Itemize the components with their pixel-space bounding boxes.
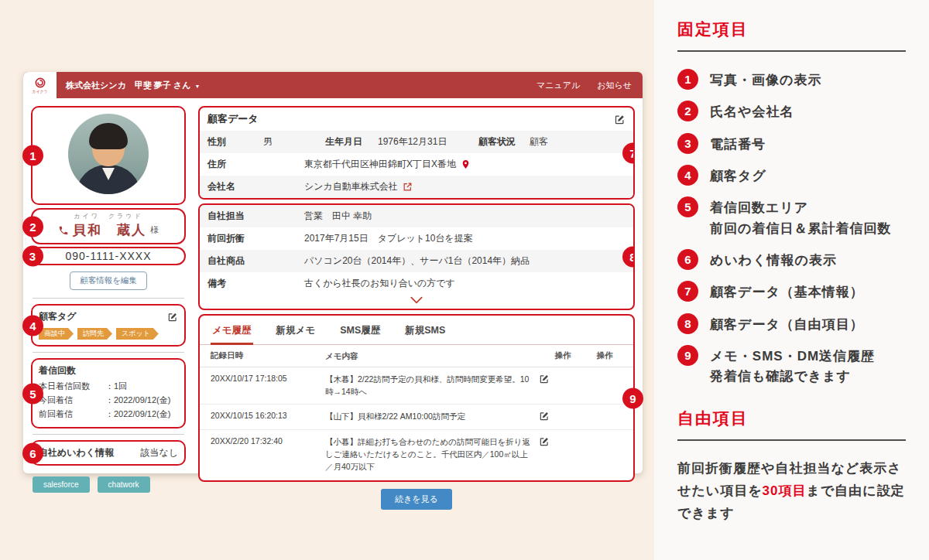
calls-annotation-box: 5 着信回数 本日着信回数 ：1回 今回着信 ：2022/09/12(金) 前回… [31, 358, 186, 429]
brand-logo-text: カイクラ [32, 90, 47, 94]
annotation-badge-1: 1 [22, 145, 43, 166]
meiwaku-annotation-box: 6 自社めいわく情報 該当なし [31, 440, 186, 466]
annotation-badge-6: 6 [22, 442, 43, 463]
products-label: 自社商品 [207, 254, 304, 268]
tab-sms-history[interactable]: SMS履歴 [338, 322, 382, 344]
staff-value: 営業 田中 幸助 [304, 210, 372, 223]
tab-new-memo[interactable]: 新規メモ [275, 322, 317, 344]
basic-info-row: 性別 男 生年月日 1976年12月31日 顧客状況 顧客 [200, 131, 633, 153]
chatwork-button[interactable]: chatwork [98, 476, 150, 493]
company-value: シンカ自動車株式会社 [304, 180, 398, 193]
legend-text: 着信回数エリア [710, 198, 891, 218]
legend-item: 3 電話番号 [677, 133, 906, 155]
header-operation: 操作 [539, 350, 587, 363]
last-negotiation-value: 2017年7月15日 タブレット10台を提案 [304, 232, 473, 245]
header-operation: 操作 [587, 350, 622, 363]
free-items-highlight: 30項目 [763, 483, 807, 498]
fixed-items-list: 1 写真・画像の表示 2 氏名や会社名 3 電話番号 4 顧客タグ 5 着信回数… [677, 69, 906, 388]
profile-column: 1 2 カイワ クラウド 貝和 蔵人 様 3 090-1111-XXXX [31, 106, 186, 510]
chevron-down-icon: ▼ [194, 84, 200, 89]
legend-sidebar: 固定項目 1 写真・画像の表示 2 氏名や会社名 3 電話番号 4 顧客タグ 5… [654, 0, 929, 560]
legend-text: 写真・画像の表示 [710, 70, 821, 90]
memo-tabs: メモ履歴 新規メモ SMS履歴 新規SMS [200, 319, 633, 345]
edit-memo-icon[interactable] [539, 436, 587, 447]
manual-link[interactable]: マニュアル [536, 80, 580, 91]
header-memo-content: メモ内容 [325, 350, 539, 363]
legend-text: めいわく情報の表示 [710, 251, 837, 271]
call-count-row: 本日着信回数 ：1回 [39, 381, 178, 392]
birthday-label: 生年月日 [325, 135, 370, 149]
meiwaku-label: 自社めいわく情報 [39, 446, 114, 459]
status-label: 顧客状況 [478, 135, 530, 149]
customer-tag: 訪問先 [77, 328, 112, 340]
staff-label: 自社担当 [207, 210, 304, 223]
sex-label: 性別 [207, 135, 263, 149]
legend-text: 顧客タグ [710, 166, 766, 186]
divider [677, 50, 906, 52]
legend-badge: 5 [677, 196, 698, 217]
company-label: 会社名 [207, 180, 304, 193]
integration-buttons: salesforce chatwork [31, 476, 186, 493]
products-row: 自社商品 パソコン20台（2014年）、サーバ1台（2014年）納品 [200, 250, 633, 272]
edit-tags-icon[interactable] [167, 312, 178, 323]
annotation-badge-5: 5 [22, 383, 43, 404]
phone-annotation-box: 3 090-1111-XXXX [31, 247, 186, 265]
company-row: 会社名 シンカ自動車株式会社 [200, 176, 633, 198]
edit-memo-icon[interactable] [539, 374, 587, 384]
legend-badge: 4 [677, 165, 698, 186]
customer-tag: 商談中 [39, 328, 74, 340]
tags-annotation-box: 4 顧客タグ 商談中 訪問先 スポット [31, 304, 186, 347]
edit-customer-button[interactable]: 顧客情報を編集 [70, 271, 147, 290]
see-more-button[interactable]: 続きを見る [381, 489, 452, 510]
notes-value: 古くから社長のお知り合いの方です [304, 277, 455, 290]
memo-annotation-box: 9 メモ履歴 新規メモ SMS履歴 新規SMS 記録日時 メモ内容 操作 操作 … [198, 314, 635, 482]
map-pin-icon[interactable] [461, 159, 471, 169]
free-items-title: 自由項目 [677, 408, 906, 429]
memo-content: 【小暮】詳細お打ち合わせのための訪問可能日を折り返しご連絡いただけるとのこと。千… [325, 436, 539, 473]
customer-phone-number: 090-1111-XXXX [65, 250, 151, 262]
edit-customer-data-icon[interactable] [614, 114, 626, 125]
legend-item: 8 顧客データ（自由項目） [677, 313, 906, 335]
news-link[interactable]: お知らせ [597, 80, 632, 91]
divider [33, 298, 184, 299]
salesforce-button[interactable]: salesforce [33, 476, 90, 493]
annotation-badge-2: 2 [22, 216, 43, 237]
annotation-badge-4: 4 [22, 315, 43, 336]
expand-chevron-icon[interactable] [200, 295, 633, 307]
name-annotation-box: 2 カイワ クラウド 貝和 蔵人 様 [31, 208, 186, 244]
header-links: マニュアル お知らせ [536, 80, 632, 91]
brand-logo[interactable]: カイクラ [23, 72, 57, 98]
notes-label: 備考 [207, 277, 304, 290]
annotation-badge-9: 9 [622, 388, 643, 408]
call-previous-row: 前回着信 ：2022/09/12(金) [39, 408, 178, 420]
legend-text: 顧客データ（基本情報） [710, 282, 864, 302]
tag-row: 商談中 訪問先 スポット [39, 328, 178, 340]
divider [33, 352, 184, 353]
divider [677, 439, 906, 441]
legend-text: 発着信も確認できます [710, 367, 875, 387]
call-row-label: 前回着信 [39, 408, 105, 420]
customer-tag: スポット [116, 328, 159, 340]
tab-new-sms[interactable]: 新規SMS [403, 322, 447, 344]
legend-text: 顧客データ（自由項目） [710, 315, 864, 335]
account-menu[interactable]: 株式会社シンカ 甲斐 夢子 さん▼ [66, 80, 200, 91]
customer-data-title: 顧客データ [207, 112, 259, 126]
customer-photo [68, 114, 149, 194]
divider [33, 434, 184, 435]
tab-memo-history[interactable]: メモ履歴 [211, 322, 253, 345]
kaikura-logo-icon [34, 77, 46, 89]
status-value: 顧客 [530, 135, 548, 149]
call-current-row: 今回着信 ：2022/09/12(金) [39, 394, 178, 406]
legend-badge: 9 [677, 345, 698, 366]
birthday-value: 1976年12月31日 [370, 135, 478, 149]
external-link-icon[interactable] [403, 182, 413, 192]
header-record-datetime: 記録日時 [211, 350, 325, 363]
app-header-bar: カイクラ 株式会社シンカ 甲斐 夢子 さん▼ マニュアル お知らせ [23, 72, 643, 98]
legend-item: 9 メモ・SMS・DM送信履歴 発着信も確認できます [677, 345, 906, 388]
account-menu-label: 株式会社シンカ 甲斐 夢子 さん [66, 80, 190, 90]
edit-memo-icon[interactable] [539, 411, 587, 422]
products-value: パソコン20台（2014年）、サーバ1台（2014年）納品 [304, 254, 530, 268]
legend-badge: 7 [677, 281, 698, 302]
call-row-value: ：2022/09/12(金) [105, 394, 170, 406]
honorific-label: 様 [150, 224, 159, 236]
